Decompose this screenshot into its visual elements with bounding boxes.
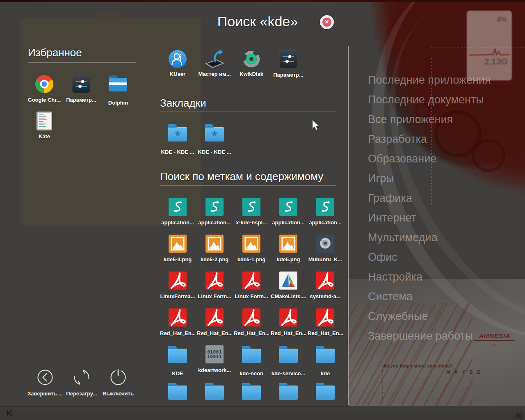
result-kde5-1-png[interactable]: pngkde5-1.png xyxy=(234,234,269,271)
app-import-wizard[interactable]: Мастер им... xyxy=(197,49,232,86)
wallpaper-rule xyxy=(470,362,518,362)
close-search-button[interactable]: ✕ xyxy=(320,15,334,29)
favorite-dolphin[interactable]: Dolphin xyxy=(100,74,136,111)
folder-icon xyxy=(315,386,335,405)
png-icon: png xyxy=(205,235,224,254)
result-x-kde-nspl[interactable]: x-kde-nspl... xyxy=(234,197,269,234)
sidebar-item-internet[interactable]: Интернет xyxy=(368,208,520,228)
result-red-hat-en[interactable]: Red_Hat_En... xyxy=(197,308,232,345)
sidebar-item-utilities[interactable]: Служебные xyxy=(368,306,520,326)
app-kuser[interactable]: KUser xyxy=(160,49,195,86)
sidebar-item-all-applications[interactable]: Все приложения xyxy=(368,110,520,129)
dolphin-icon xyxy=(108,78,128,98)
wallpaper-top-strip xyxy=(0,0,525,2)
result-systemd-a[interactable]: systemd-a... xyxy=(308,271,343,308)
result-kde-service[interactable]: kde-service... xyxy=(271,345,306,381)
result-kde[interactable]: kde xyxy=(308,345,343,381)
sidebar-item-games[interactable]: Игры xyxy=(368,169,520,188)
sidebar-item-graphics[interactable]: Графика xyxy=(368,188,520,208)
result-red-hat-en[interactable]: Red_Hat_En... xyxy=(271,308,306,345)
sharedlib-icon xyxy=(315,198,335,217)
favorite-google-chrome[interactable]: Google Chr... xyxy=(27,74,62,111)
settings-icon xyxy=(71,75,91,95)
result-application[interactable]: application... xyxy=(160,197,195,234)
favorite-kate[interactable]: Kate xyxy=(27,111,62,148)
result-kdeartwork[interactable]: 0100110011kdeartwork... xyxy=(197,345,232,381)
tile-label: CMakeLists.... xyxy=(271,293,306,299)
result-application[interactable]: application... xyxy=(197,197,232,234)
applications-grid: KUserМастер им...KwikDiskПараметр... xyxy=(160,49,343,86)
app-kwikdisk[interactable]: KwikDisk xyxy=(234,49,269,86)
tile-label: LinuxForma... xyxy=(160,293,195,299)
result-red-hat-en[interactable]: Red_Hat_En... xyxy=(234,308,269,345)
tile-label: Параметр... xyxy=(64,97,99,103)
tile-label: x-kde-nspl... xyxy=(234,219,269,226)
tile-label: Red_Hat_En... xyxy=(197,330,232,336)
pdf-icon xyxy=(315,308,335,328)
restart-button[interactable]: Перезагру... xyxy=(64,368,99,397)
bookmark-kde-bookmark-1[interactable]: ★KDE - KDE ... xyxy=(160,123,195,160)
wallpaper-caption: did you forget about something? xyxy=(382,363,453,368)
kate-icon xyxy=(34,112,54,131)
chrome-icon xyxy=(34,75,54,95)
folder-icon xyxy=(205,386,224,405)
pdf-icon xyxy=(168,308,187,328)
bookmark-kde-bookmark-2[interactable]: ★KDE - KDE ... xyxy=(197,123,232,160)
session-label: Выключить xyxy=(100,390,136,397)
sidebar-item-office[interactable]: Офис xyxy=(368,247,520,267)
tile-label: Параметр... xyxy=(271,72,306,78)
result-kde-neon[interactable]: kde-neon xyxy=(234,345,269,381)
result-linuxforma[interactable]: LinuxForma... xyxy=(160,271,195,308)
result-linux-form[interactable]: Linux Form... xyxy=(234,271,269,308)
png-icon: png xyxy=(168,235,187,254)
result-mubuntu-k[interactable]: Mubuntu_K... xyxy=(308,234,343,271)
result-kde5-3-png[interactable]: pngkde5-3.png xyxy=(160,234,195,271)
search-results-grid: application...application...x-kde-nspl..… xyxy=(160,197,343,418)
pdf-icon xyxy=(315,272,335,291)
sidebar-item-settings[interactable]: Настройка xyxy=(368,267,520,287)
sidebar-item-multimedia[interactable]: Мультимедиа xyxy=(368,228,520,247)
settings-icon xyxy=(278,50,298,70)
shutdown-button[interactable]: Выключить xyxy=(100,368,136,397)
app-system-settings[interactable]: Параметр... xyxy=(271,49,306,86)
folder-icon xyxy=(278,349,298,368)
wallpaper-dotted-line xyxy=(382,370,383,404)
sidebar-item-recent-applications[interactable]: Последние приложения xyxy=(368,70,520,90)
app-dashboard: AMNESIA ♥ did you forget about something… xyxy=(0,0,525,420)
tile-label: kde5-2.png xyxy=(197,256,232,262)
tray-icon[interactable] xyxy=(516,413,522,418)
kde-launcher-icon[interactable]: K xyxy=(4,408,15,419)
result-kde5-2-png[interactable]: pngkde5-2.png xyxy=(197,234,232,271)
sidebar-item-development[interactable]: Разработка xyxy=(368,129,520,149)
favorite-system-settings[interactable]: Параметр... xyxy=(64,74,99,111)
result-cmakelists[interactable]: CMakeLists.... xyxy=(271,271,306,308)
divider xyxy=(28,62,136,63)
wizard-icon xyxy=(205,49,224,69)
tile-label: Red_Hat_En... xyxy=(160,330,195,336)
result-application[interactable]: application... xyxy=(271,197,306,234)
sidebar-item-system[interactable]: Система xyxy=(368,287,520,306)
tile-label: KwikDisk xyxy=(234,71,269,77)
result-red-hat-en[interactable]: Red_Hat_En... xyxy=(160,308,195,345)
session-label: Перезагру... xyxy=(64,390,99,397)
tile-label: kde5-1.png xyxy=(234,256,269,262)
result-kde[interactable]: KDE xyxy=(160,345,195,381)
sidebar-item-leave[interactable]: Завершение работы xyxy=(368,326,520,346)
tile-label: Mubuntu_K... xyxy=(308,256,343,262)
restart-icon xyxy=(64,368,99,386)
sidebar-item-recent-documents[interactable]: Последние документы xyxy=(368,90,520,110)
result-red-hat-en[interactable]: Red_Hat_En... xyxy=(308,308,343,345)
folder-icon xyxy=(242,349,261,368)
scrollbar[interactable] xyxy=(348,46,349,405)
result-linux-form[interactable]: Linux Form... xyxy=(197,271,232,308)
result-kde5-png[interactable]: pngkde5.png xyxy=(271,234,306,271)
search-title: Поиск «kde» xyxy=(0,14,525,30)
tile-label: Мастер им... xyxy=(197,71,232,77)
tile-label: kde-service... xyxy=(271,370,306,377)
logout-button[interactable]: Завершить ... xyxy=(27,368,63,397)
sidebar-item-education[interactable]: Образование xyxy=(368,149,520,169)
bookmark-folder-icon: ★ xyxy=(168,127,187,147)
result-application[interactable]: application... xyxy=(308,197,343,234)
kwikdisk-icon xyxy=(242,49,261,69)
pdf-icon xyxy=(278,308,298,328)
